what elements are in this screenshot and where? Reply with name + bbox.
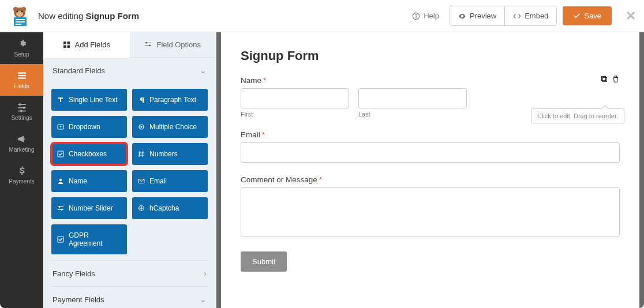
form-name: Signup Form: [86, 11, 140, 21]
user-icon: [57, 178, 64, 185]
duplicate-icon[interactable]: [600, 75, 608, 83]
envelope-icon: [138, 178, 145, 185]
embed-label: Embed: [525, 12, 548, 20]
preview-button[interactable]: Preview: [450, 6, 505, 25]
svg-point-18: [23, 107, 25, 109]
sliders-icon: [17, 102, 27, 112]
list-icon: [17, 70, 27, 81]
last-name-input[interactable]: [358, 88, 467, 108]
chevron-right-icon: ›: [204, 269, 207, 278]
svg-rect-21: [63, 42, 66, 44]
section-payment[interactable]: Payment Fields ⌄: [43, 287, 216, 308]
first-sublabel: First: [241, 111, 349, 118]
left-panel: Add Fields Field Options Standard Fields…: [43, 32, 216, 308]
svg-point-28: [149, 45, 151, 47]
sidenav-payments-label: Payments: [9, 178, 34, 185]
field-hcaptcha[interactable]: hCaptcha: [132, 197, 208, 219]
field-number-slider[interactable]: Number Slider: [51, 197, 127, 219]
sidenav-fields[interactable]: Fields: [0, 64, 43, 96]
preview-label: Preview: [470, 12, 496, 20]
help-label: Help: [424, 12, 439, 20]
topbar: Now editing Signup Form Help Preview Emb…: [0, 0, 644, 32]
svg-rect-35: [58, 206, 63, 207]
para-icon: [138, 96, 145, 103]
first-name-input[interactable]: [241, 88, 349, 108]
tab-field-options[interactable]: Field Options: [130, 32, 216, 58]
field-checkboxes[interactable]: Checkboxes: [51, 143, 127, 165]
svg-rect-7: [16, 19, 25, 20]
field-paragraph-text[interactable]: Paragraph Text: [132, 89, 208, 111]
caret-icon: [57, 123, 64, 130]
check-icon: [573, 12, 581, 20]
comment-field-block[interactable]: Comment or Message *: [241, 175, 620, 239]
sidenav-payments[interactable]: Payments: [0, 159, 43, 191]
section-fancy-label: Fancy Fields: [53, 269, 95, 278]
sidenav-setup[interactable]: Setup: [0, 32, 43, 64]
tab-add-fields[interactable]: Add Fields: [43, 32, 130, 58]
save-label: Save: [584, 12, 601, 20]
svg-rect-14: [18, 77, 26, 78]
last-sublabel: Last: [358, 111, 467, 118]
submit-button[interactable]: Submit: [241, 251, 287, 272]
embed-button[interactable]: Embed: [505, 6, 556, 25]
email-input[interactable]: [241, 142, 620, 163]
code-icon: [513, 12, 521, 20]
svg-rect-8: [16, 21, 25, 22]
page-title: Now editing Signup Form: [38, 11, 139, 21]
sidenav-fields-label: Fields: [14, 83, 29, 89]
check-icon: [57, 236, 64, 243]
name-field-block[interactable]: Name * First Last: [241, 76, 620, 118]
field-email[interactable]: Email: [132, 170, 208, 192]
section-fancy[interactable]: Fancy Fields ›: [43, 261, 216, 286]
field-panel-scroll[interactable]: Standard Fields ⌄ Single Line Text Parag…: [43, 58, 216, 308]
standard-field-grid: Single Line Text Paragraph Text Dropdown…: [43, 83, 216, 260]
svg-rect-45: [602, 77, 606, 81]
email-field-block[interactable]: Email *: [241, 130, 620, 163]
text-icon: [57, 96, 64, 103]
field-numbers[interactable]: Numbers: [132, 143, 208, 165]
svg-point-16: [18, 103, 21, 106]
svg-rect-37: [58, 209, 63, 210]
sidenav-settings[interactable]: Settings: [0, 96, 43, 127]
svg-rect-12: [18, 72, 26, 73]
svg-point-31: [140, 126, 142, 127]
check-icon: [57, 151, 64, 157]
circle-icon: [138, 123, 145, 130]
section-payment-label: Payment Fields: [53, 295, 104, 304]
svg-point-38: [61, 209, 63, 211]
comment-textarea[interactable]: [241, 187, 620, 236]
save-button[interactable]: Save: [563, 6, 612, 25]
svg-rect-32: [58, 151, 63, 157]
email-label: Email *: [241, 130, 620, 139]
slider-field-icon: [57, 205, 64, 212]
svg-point-20: [20, 110, 22, 112]
panel-tabs: Add Fields Field Options: [43, 32, 216, 58]
sidenav-marketing-label: Marketing: [9, 147, 35, 153]
shield-icon: [138, 205, 145, 212]
svg-rect-22: [67, 42, 70, 44]
dollar-icon: [17, 166, 27, 176]
field-dropdown[interactable]: Dropdown: [51, 116, 127, 138]
svg-point-4: [17, 10, 18, 12]
section-standard-label: Standard Fields: [53, 66, 105, 75]
svg-point-11: [416, 17, 417, 18]
help-link[interactable]: Help: [412, 12, 439, 20]
sidenav-settings-label: Settings: [11, 115, 32, 121]
chevron-down-icon: ⌄: [200, 66, 207, 75]
sidenav: Setup Fields Settings Marketing Payments: [0, 32, 43, 308]
field-name[interactable]: Name: [51, 170, 127, 192]
preview-area: Signup Form Name * First: [216, 32, 644, 308]
section-standard[interactable]: Standard Fields ⌄: [43, 58, 216, 83]
field-single-line-text[interactable]: Single Line Text: [51, 89, 127, 111]
grid-icon: [63, 41, 70, 48]
sidenav-marketing[interactable]: Marketing: [0, 127, 43, 159]
trash-icon[interactable]: [612, 75, 620, 83]
form-canvas: Signup Form Name * First: [221, 32, 639, 308]
svg-rect-13: [18, 75, 26, 76]
form-title: Signup Form: [241, 48, 620, 63]
close-button[interactable]: ✕: [626, 9, 636, 24]
comment-label: Comment or Message *: [241, 175, 620, 184]
eye-icon: [458, 12, 466, 20]
field-gdpr[interactable]: GDPR Agreement: [51, 224, 127, 254]
field-multiple-choice[interactable]: Multiple Choice: [132, 116, 208, 138]
